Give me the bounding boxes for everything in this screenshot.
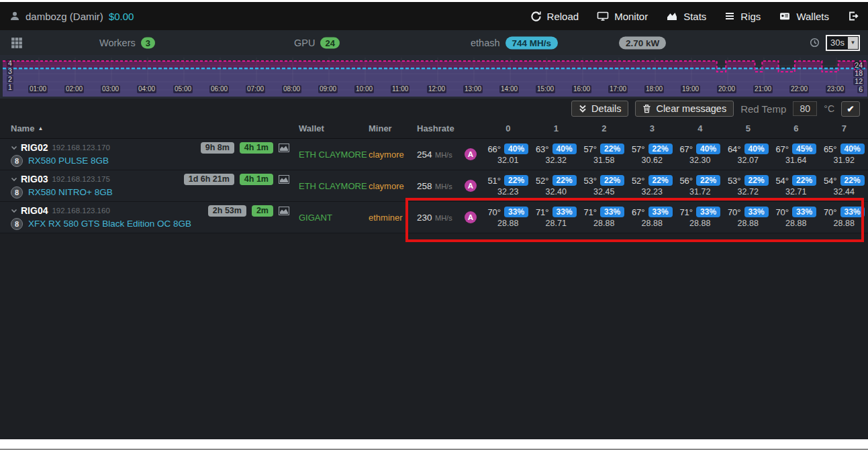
rig-name[interactable]: RIG02 bbox=[21, 142, 48, 153]
nav-wallets-label: Wallets bbox=[796, 11, 829, 22]
red-temp-input[interactable] bbox=[793, 101, 817, 116]
x-axis-tick-label: 10:00 bbox=[354, 85, 374, 93]
rig-chart-icon[interactable] bbox=[279, 207, 289, 215]
gpu-cell[interactable]: 70° 33% 28.88 bbox=[820, 207, 868, 228]
x-axis-tick-label: 12:00 bbox=[427, 85, 446, 93]
refresh-interval-select[interactable]: 30s ▼ bbox=[826, 35, 860, 51]
gpu-cell[interactable]: 54° 22% 32.71 bbox=[772, 175, 820, 196]
x-axis-tick-label: 06:00 bbox=[209, 85, 229, 93]
column-header-gpu0[interactable]: 0 bbox=[484, 123, 532, 133]
status-badge[interactable]: A bbox=[465, 148, 477, 160]
gpu-cell[interactable]: 52° 22% 32.23 bbox=[628, 175, 677, 196]
rig-chart-icon[interactable] bbox=[279, 175, 289, 184]
miner-cell[interactable]: claymore bbox=[367, 150, 410, 160]
red-temp-checkbox[interactable]: ✔ bbox=[841, 101, 860, 117]
expand-chevron-icon[interactable] bbox=[11, 145, 17, 151]
gpu-cell[interactable]: 66° 40% 32.01 bbox=[484, 144, 532, 165]
gpu-cell[interactable]: 70° 33% 28.88 bbox=[484, 207, 532, 228]
gpu-cell[interactable]: 71° 33% 28.88 bbox=[580, 207, 628, 228]
nav-stats[interactable]: Stats bbox=[666, 11, 706, 22]
gpu-hashrate-value: 32.23 bbox=[484, 187, 532, 196]
rig-name[interactable]: RIG04 bbox=[21, 205, 48, 216]
gpu-cell[interactable]: 53° 22% 32.45 bbox=[580, 175, 628, 196]
nav-rigs[interactable]: Rigs bbox=[724, 11, 761, 22]
column-header-miner[interactable]: Miner bbox=[367, 123, 410, 133]
column-header-name[interactable]: Name ▲ bbox=[0, 123, 292, 133]
x-axis-tick-label: 03:00 bbox=[101, 85, 120, 93]
gpu-temp: 71° bbox=[679, 207, 693, 217]
gpu-cell[interactable]: 57° 22% 31.58 bbox=[580, 144, 628, 165]
gpu-temp: 70° bbox=[775, 207, 789, 217]
column-header-gpu7[interactable]: 7 bbox=[820, 123, 868, 133]
gpu-cell[interactable]: 52° 22% 32.40 bbox=[532, 175, 581, 196]
gpu-model-link[interactable]: XFX RX 580 GTS Black Edition OC 8GB bbox=[28, 219, 191, 229]
logout-button[interactable] bbox=[847, 11, 859, 21]
status-badge[interactable]: A bbox=[465, 180, 477, 192]
gpu-cell[interactable]: 63° 40% 32.32 bbox=[532, 144, 581, 165]
hashrate-history-chart[interactable]: 01:0002:0003:0004:0005:0006:0007:0008:00… bbox=[0, 55, 868, 99]
gpu-cell[interactable]: 67° 33% 28.88 bbox=[628, 207, 677, 228]
miner-cell[interactable]: claymore bbox=[367, 181, 410, 191]
gpu-model-link[interactable]: RX580 NITRO+ 8GB bbox=[28, 187, 113, 197]
gpu-cell[interactable]: 67° 45% 31.64 bbox=[772, 144, 820, 165]
expand-chevron-icon[interactable] bbox=[11, 208, 17, 214]
gpu-fan-badge: 22% bbox=[600, 175, 624, 186]
y-axis-left-tick-label: 2 bbox=[7, 76, 13, 83]
bottom-white-strip bbox=[0, 439, 868, 450]
details-button[interactable]: Details bbox=[571, 101, 628, 117]
user-balance[interactable]: $0.00 bbox=[109, 11, 134, 22]
gpu-cell[interactable]: 51° 22% 32.23 bbox=[484, 175, 532, 196]
gpu-cell[interactable]: 64° 40% 32.07 bbox=[724, 144, 773, 165]
column-header-gpu4[interactable]: 4 bbox=[676, 123, 724, 133]
status-badge[interactable]: A bbox=[465, 211, 477, 223]
gpu-cell[interactable]: 67° 40% 32.30 bbox=[676, 144, 724, 165]
gpu-temp: 54° bbox=[824, 176, 837, 186]
gpu-summary: GPU 24 bbox=[294, 37, 340, 48]
column-header-gpu2[interactable]: 2 bbox=[580, 123, 628, 133]
details-button-label: Details bbox=[591, 103, 621, 114]
wallet-cell[interactable]: GIGANT bbox=[292, 213, 367, 223]
user-account[interactable]: dambozg (Damir) $0.00 bbox=[9, 11, 134, 22]
expand-chevron-icon[interactable] bbox=[11, 176, 17, 182]
column-header-wallet[interactable]: Wallet bbox=[292, 123, 367, 133]
gpu-model-link[interactable]: RX580 PULSE 8GB bbox=[28, 156, 109, 166]
clock-icon bbox=[810, 38, 820, 48]
gpu-hashrate-value: 28.88 bbox=[820, 219, 868, 228]
gpu-fan-badge: 33% bbox=[744, 207, 769, 217]
miner-cell[interactable]: ethminer bbox=[367, 213, 410, 223]
gpu-cell[interactable]: 54° 22% 32.44 bbox=[820, 175, 868, 196]
gpu-fan-badge: 40% bbox=[744, 144, 769, 154]
gpu-cell[interactable]: 65° 40% 31.92 bbox=[820, 144, 868, 165]
gpu-cell[interactable]: 71° 33% 28.88 bbox=[676, 207, 724, 228]
column-header-gpu3[interactable]: 3 bbox=[628, 123, 677, 133]
gpu-fan-badge: 33% bbox=[600, 207, 624, 217]
gpu-cell[interactable]: 53° 22% 32.72 bbox=[724, 175, 773, 196]
hashrate-summary: ethash 744 MH/s bbox=[471, 36, 558, 49]
gpu-cell[interactable]: 56° 22% 31.72 bbox=[676, 175, 724, 196]
nav-wallets[interactable]: Wallets bbox=[779, 11, 829, 22]
clear-messages-button[interactable]: Clear messages bbox=[635, 101, 734, 117]
wallet-cell[interactable]: ETH CLAYMORE bbox=[292, 181, 367, 191]
rig-chart-icon[interactable] bbox=[279, 144, 289, 152]
hashrate-cell: 258 MH/s bbox=[410, 180, 457, 192]
column-header-hashrate[interactable]: Hashrate bbox=[410, 123, 457, 133]
rig-name-cell: RIG02 192.168.123.170 9h 8m 4h 1m 8 RX58… bbox=[0, 142, 292, 167]
dashboard-grid-icon[interactable] bbox=[11, 37, 23, 49]
column-header-gpu1[interactable]: 1 bbox=[532, 123, 581, 133]
gpu-cell[interactable]: 71° 33% 28.71 bbox=[532, 207, 581, 228]
column-header-gpu5[interactable]: 5 bbox=[724, 123, 773, 133]
column-header-gpu6[interactable]: 6 bbox=[772, 123, 820, 133]
gpu-hashrate-value: 30.62 bbox=[628, 156, 677, 165]
select-dropdown-arrow-icon[interactable]: ▼ bbox=[848, 37, 858, 49]
gpu-temp: 51° bbox=[487, 176, 501, 186]
gpu-cell[interactable]: 57° 22% 30.62 bbox=[628, 144, 677, 165]
rig-name[interactable]: RIG03 bbox=[21, 174, 48, 184]
nav-monitor[interactable]: Monitor bbox=[597, 11, 648, 22]
nav-reload[interactable]: Reload bbox=[530, 11, 579, 22]
rig-row: RIG02 192.168.123.170 9h 8m 4h 1m 8 RX58… bbox=[0, 139, 868, 170]
wallet-cell[interactable]: ETH CLAYMORE bbox=[292, 150, 367, 160]
gpu-cell[interactable]: 70° 33% 28.88 bbox=[772, 207, 820, 228]
gpu-cell[interactable]: 70° 33% 28.88 bbox=[724, 207, 773, 228]
summary-bar: Workers 3 GPU 24 ethash 744 MH/s 2.70 kW… bbox=[0, 30, 868, 55]
gpu-hashrate-value: 32.71 bbox=[772, 187, 820, 196]
